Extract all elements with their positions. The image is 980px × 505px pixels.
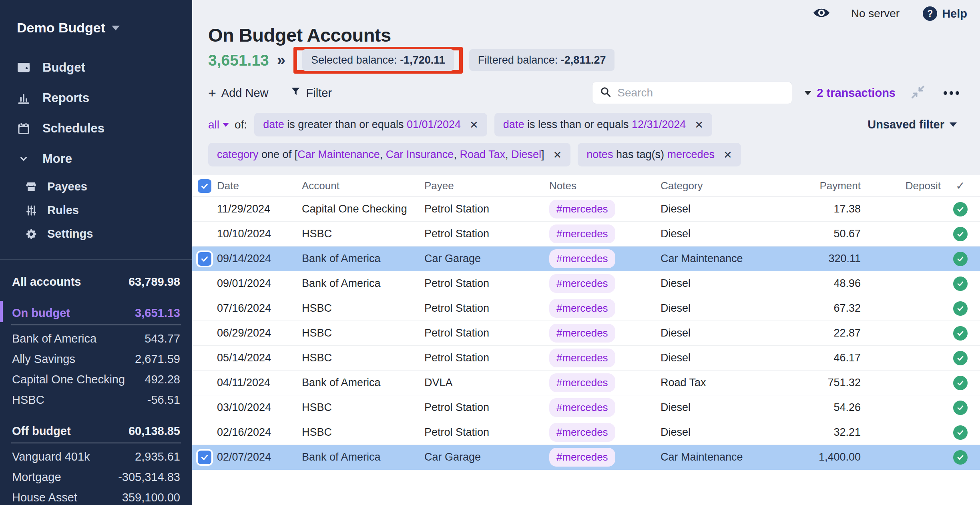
- table-row[interactable]: 05/14/2024 HSBC Petrol Station #mercedes…: [192, 346, 980, 371]
- cell-account: Bank of America: [302, 451, 424, 463]
- cleared-icon[interactable]: [953, 351, 968, 365]
- group-label: Off budget: [12, 425, 71, 438]
- table-row[interactable]: 03/10/2024 HSBC Petrol Station #mercedes…: [192, 395, 980, 420]
- filter-condition-chip[interactable]: date is greater than or equals 01/01/202…: [254, 113, 487, 136]
- cell-account: Bank of America: [302, 252, 424, 265]
- account-bank-of-america[interactable]: Bank of America 543.77: [11, 329, 181, 349]
- cell-account: HSBC: [302, 401, 424, 414]
- sidebar-item-budget[interactable]: Budget: [0, 52, 192, 83]
- filter-condition-chip[interactable]: notes has tag(s) mercedes✕: [578, 143, 741, 166]
- table-row[interactable]: 09/01/2024 Bank of America Petrol Statio…: [192, 271, 980, 296]
- match-value: all: [208, 118, 219, 131]
- budget-switcher[interactable]: Demo Budget: [0, 0, 192, 46]
- plus-icon: +: [208, 86, 216, 100]
- filter-value: Car Maintenance: [297, 148, 380, 161]
- sidebar-item-payees[interactable]: Payees: [0, 175, 192, 198]
- cell-date: 09/01/2024: [217, 277, 302, 290]
- filter-condition-chip[interactable]: category one of [Car Maintenance, Car In…: [208, 143, 570, 166]
- cell-date: 07/16/2024: [217, 302, 302, 315]
- table-row[interactable]: 06/29/2024 HSBC Petrol Station #mercedes…: [192, 321, 980, 346]
- account-hsbc[interactable]: HSBC -56.51: [11, 390, 181, 410]
- account-mortgage[interactable]: Mortgage -305,314.83: [11, 467, 181, 487]
- table-row[interactable]: 09/14/2024 Bank of America Car Garage #m…: [192, 246, 980, 271]
- table-row[interactable]: 11/29/2024 Capital One Checking Petrol S…: [192, 197, 980, 222]
- sidebar-item-rules[interactable]: Rules: [0, 198, 192, 222]
- sidebar-item-reports[interactable]: Reports: [0, 83, 192, 113]
- filter-condition-chip[interactable]: date is less than or equals 12/31/2024✕: [494, 113, 712, 136]
- row-checkbox[interactable]: [198, 451, 211, 464]
- unsaved-filter-dropdown[interactable]: Unsaved filter: [868, 118, 957, 131]
- off-budget-header[interactable]: Off budget 60,138.85: [11, 421, 181, 443]
- filter-button[interactable]: Filter: [290, 86, 332, 100]
- double-chevron-icon[interactable]: »: [277, 52, 285, 69]
- cleared-icon[interactable]: [953, 252, 968, 266]
- account-house-asset[interactable]: House Asset 359,100.00: [11, 487, 181, 505]
- notes-tag: #mercedes: [549, 299, 615, 318]
- account-name: Vanguard 401k: [12, 450, 90, 463]
- account-capital-one-checking[interactable]: Capital One Checking 492.28: [11, 369, 181, 390]
- account-vanguard-401k[interactable]: Vanguard 401k 2,935.61: [11, 447, 181, 467]
- notes-tag: #mercedes: [549, 349, 615, 367]
- privacy-toggle[interactable]: [813, 6, 830, 21]
- table-row[interactable]: 04/11/2024 Bank of America DVLA #mercede…: [192, 371, 980, 395]
- help-button[interactable]: ? Help: [923, 6, 967, 21]
- column-header-deposit[interactable]: Deposit: [861, 180, 941, 192]
- account-name: HSBC: [12, 393, 44, 407]
- column-header-payee[interactable]: Payee: [424, 180, 549, 192]
- sidebar-item-more[interactable]: More: [0, 144, 192, 174]
- close-icon[interactable]: ✕: [695, 120, 703, 130]
- column-header-payment[interactable]: Payment: [761, 180, 861, 192]
- gear-icon: [25, 228, 38, 240]
- account-ally-savings[interactable]: Ally Savings 2,671.59: [11, 349, 181, 369]
- server-status[interactable]: No server: [851, 7, 900, 20]
- cleared-icon[interactable]: [953, 401, 968, 415]
- cell-payment: 17.38: [761, 203, 861, 215]
- table-row[interactable]: 02/07/2024 Bank of America Car Garage #m…: [192, 445, 980, 470]
- cleared-icon[interactable]: [953, 450, 968, 465]
- column-header-cleared[interactable]: ✓: [956, 179, 965, 192]
- notes-tag: #mercedes: [549, 398, 615, 417]
- filtered-balance-pill: Filtered balance: -2,811.27: [469, 49, 615, 71]
- selected-balance-pill: Selected balance: -1,720.11: [302, 49, 454, 71]
- column-header-notes[interactable]: Notes: [549, 180, 661, 192]
- table-row[interactable]: 07/16/2024 HSBC Petrol Station #mercedes…: [192, 296, 980, 321]
- cleared-icon[interactable]: [953, 326, 968, 341]
- column-header-account[interactable]: Account: [302, 180, 424, 192]
- column-header-category[interactable]: Category: [661, 180, 761, 192]
- column-header-date[interactable]: Date: [217, 180, 302, 192]
- cleared-icon[interactable]: [953, 301, 968, 316]
- cleared-icon[interactable]: [953, 425, 968, 440]
- sidebar-item-label: Schedules: [42, 121, 104, 136]
- transactions-count-dropdown[interactable]: 2 transactions: [804, 86, 896, 100]
- accounts-list: All accounts 63,789.98 On budget 3,651.1…: [0, 260, 192, 505]
- filter-text: one of [: [259, 148, 298, 161]
- cell-date: 11/29/2024: [217, 203, 302, 215]
- select-all-checkbox[interactable]: [198, 179, 211, 193]
- table-row[interactable]: 02/16/2024 HSBC Petrol Station #mercedes…: [192, 420, 980, 445]
- cell-category: Car Maintenance: [661, 252, 761, 265]
- more-menu-button[interactable]: [944, 91, 959, 95]
- close-icon[interactable]: ✕: [553, 150, 562, 160]
- filter-value: Road Tax: [460, 148, 505, 161]
- row-checkbox[interactable]: [198, 252, 211, 266]
- close-icon[interactable]: ✕: [723, 150, 732, 160]
- search-input[interactable]: [617, 86, 785, 99]
- all-accounts-row[interactable]: All accounts 63,789.98: [11, 272, 181, 292]
- filter-match-select[interactable]: all of:: [208, 118, 247, 131]
- table-row[interactable]: 10/10/2024 HSBC Petrol Station #mercedes…: [192, 222, 980, 246]
- cleared-icon[interactable]: [953, 202, 968, 216]
- sidebar-item-settings[interactable]: Settings: [0, 222, 192, 246]
- cleared-icon[interactable]: [953, 277, 968, 291]
- cell-account: HSBC: [302, 352, 424, 364]
- cell-date: 03/10/2024: [217, 401, 302, 414]
- close-icon[interactable]: ✕: [470, 120, 478, 130]
- on-budget-header[interactable]: On budget 3,651.13: [11, 303, 181, 325]
- cleared-icon[interactable]: [953, 376, 968, 390]
- add-new-button[interactable]: + Add New: [208, 86, 269, 100]
- cleared-icon[interactable]: [953, 227, 968, 241]
- filter-value: date: [263, 118, 284, 131]
- sidebar-item-schedules[interactable]: Schedules: [0, 113, 192, 144]
- collapse-button[interactable]: [910, 84, 926, 102]
- search-box[interactable]: [592, 82, 792, 104]
- cell-payee: Petrol Station: [424, 327, 549, 339]
